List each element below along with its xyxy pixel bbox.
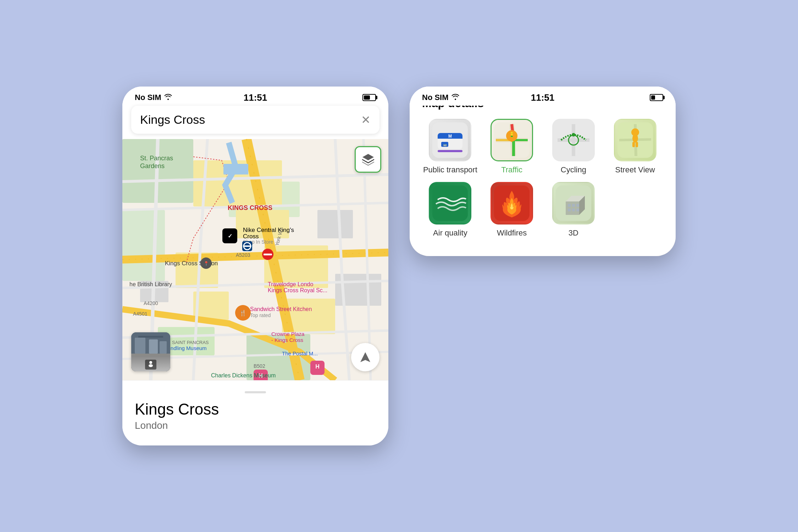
detail-air-quality[interactable]: Air quality — [422, 182, 478, 238]
detail-wildfires-icon — [491, 182, 533, 225]
svg-rect-126 — [568, 209, 571, 211]
detail-traffic[interactable]: Traffic — [484, 119, 540, 175]
svg-text:B502: B502 — [254, 363, 265, 369]
svg-text:🚌: 🚌 — [443, 143, 447, 147]
svg-rect-54 — [264, 254, 272, 255]
svg-rect-2 — [122, 210, 165, 281]
detail-wildfires[interactable]: Wildfires — [484, 182, 540, 238]
svg-text:A4501: A4501 — [133, 311, 148, 317]
svg-point-65 — [149, 364, 153, 367]
detail-street-view-label: Street View — [615, 165, 655, 175]
svg-text:H: H — [315, 364, 320, 370]
carrier-label: No SIM — [135, 93, 161, 102]
carrier-label-2: No SIM — [422, 93, 449, 102]
status-left-2: No SIM — [422, 93, 459, 102]
status-left: No SIM — [135, 93, 172, 102]
svg-text:A4200: A4200 — [144, 300, 158, 306]
map-area-1: St. Pancras Gardens KINGS CROSS Nike Cen… — [122, 139, 388, 380]
wifi-icon — [164, 93, 172, 102]
detail-street-view-icon — [614, 119, 656, 161]
detail-public-transport-icon: M 🚌 — [429, 119, 471, 161]
svg-rect-103 — [438, 150, 462, 152]
svg-text:- Kings Cross: - Kings Cross — [271, 337, 303, 343]
svg-rect-124 — [572, 204, 575, 207]
status-right — [362, 94, 376, 101]
street-view-label — [145, 360, 156, 370]
detail-street-view[interactable]: Street View — [607, 119, 663, 175]
svg-text:Sandwich Street Kitchen: Sandwich Street Kitchen — [250, 306, 312, 312]
svg-text:SAINT PANCRAS: SAINT PANCRAS — [172, 340, 209, 345]
svg-rect-115 — [632, 142, 635, 147]
svg-rect-15 — [223, 164, 248, 174]
svg-rect-127 — [572, 209, 575, 211]
svg-rect-108 — [511, 136, 513, 137]
svg-text:Charles Dickens Museum: Charles Dickens Museum — [211, 372, 276, 378]
wifi-icon-2 — [451, 93, 459, 102]
detail-cycling-label: Cycling — [561, 165, 586, 175]
detail-cycling-icon — [552, 119, 595, 161]
svg-point-114 — [632, 134, 638, 143]
svg-rect-61 — [149, 339, 158, 354]
search-text: Kings Cross — [140, 113, 205, 127]
detail-traffic-icon — [491, 119, 533, 161]
svg-text:Top rated: Top rated — [250, 312, 271, 318]
detail-air-quality-icon — [429, 182, 471, 225]
status-time-2: 11:51 — [531, 92, 555, 103]
detail-traffic-label: Traffic — [501, 165, 522, 175]
detail-public-transport[interactable]: M 🚌 Public transport — [422, 119, 478, 175]
svg-rect-120 — [566, 201, 579, 215]
street-view-thumbnail[interactable] — [131, 332, 170, 371]
detail-3d-icon — [552, 182, 595, 225]
svg-text:Nike Central King's: Nike Central King's — [243, 227, 294, 233]
svg-rect-128 — [576, 209, 579, 211]
detail-public-transport-label: Public transport — [423, 165, 477, 175]
map-details-grid: M 🚌 Public transport — [422, 119, 663, 238]
svg-text:Gardens: Gardens — [140, 162, 165, 170]
detail-3d-label: 3D — [569, 228, 578, 238]
svg-rect-106 — [511, 132, 513, 133]
status-bar-1: No SIM 11:51 — [122, 87, 388, 106]
drag-handle — [245, 391, 266, 393]
svg-rect-107 — [511, 134, 513, 135]
place-subtitle: London — [135, 420, 376, 431]
navigate-button[interactable] — [351, 343, 379, 371]
svg-rect-62 — [160, 341, 167, 354]
phone1: No SIM 11:51 Kings Cross ✕ — [122, 87, 388, 445]
place-name: Kings Cross — [135, 400, 376, 418]
detail-air-quality-label: Air quality — [433, 228, 467, 238]
close-icon[interactable]: ✕ — [361, 113, 371, 127]
layer-button-1[interactable] — [355, 146, 381, 173]
svg-text:Travelodge Londo: Travelodge Londo — [268, 281, 313, 287]
svg-text:Crowne Plaza: Crowne Plaza — [271, 331, 305, 337]
svg-text:he British Library: he British Library — [129, 281, 172, 287]
detail-3d[interactable]: 3D — [545, 182, 602, 238]
phone2: No SIM 11:51 Kings Cross ✕ — [410, 87, 676, 256]
svg-rect-123 — [568, 204, 571, 207]
status-bar-2: No SIM 11:51 — [410, 87, 676, 106]
svg-point-64 — [149, 361, 152, 364]
svg-text:The Postal M...: The Postal M... — [282, 350, 318, 356]
svg-text:St. Pancras: St. Pancras — [140, 155, 173, 162]
svg-text:KINGS CROSS: KINGS CROSS — [228, 204, 272, 211]
svg-text:📍: 📍 — [204, 261, 209, 266]
map-type-panel: Map type × — [410, 87, 676, 256]
status-right-2 — [650, 94, 663, 101]
search-bar-1[interactable]: Kings Cross ✕ — [131, 106, 379, 134]
svg-rect-63 — [138, 336, 163, 338]
svg-rect-14 — [317, 210, 353, 238]
battery-icon-2 — [650, 94, 663, 101]
svg-text:🍴: 🍴 — [239, 310, 246, 316]
detail-wildfires-label: Wildfires — [497, 228, 527, 238]
svg-rect-57 — [243, 245, 251, 247]
battery-icon — [362, 94, 376, 101]
svg-rect-60 — [135, 338, 145, 354]
detail-cycling[interactable]: Cycling — [545, 119, 602, 175]
svg-text:✓: ✓ — [228, 233, 232, 239]
svg-rect-125 — [576, 204, 579, 207]
svg-rect-116 — [636, 142, 638, 147]
svg-text:A5203: A5203 — [236, 252, 250, 258]
status-time: 11:51 — [244, 92, 267, 103]
svg-text:M: M — [448, 134, 452, 139]
svg-text:Kings Cross Royal Sc...: Kings Cross Royal Sc... — [268, 287, 327, 293]
bottom-panel: Kings Cross London — [122, 380, 388, 445]
